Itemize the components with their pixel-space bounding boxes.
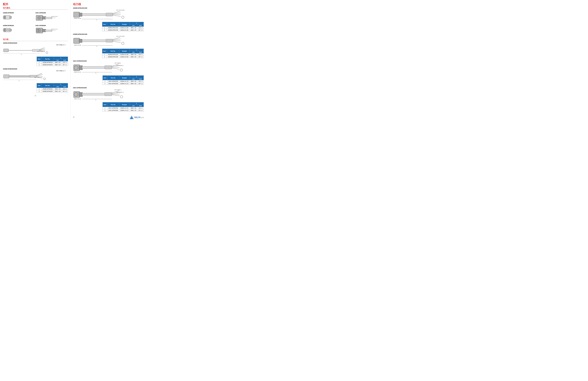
cell-partno: ASD-CAPW2203 <box>107 80 119 83</box>
delta-logo-icon <box>130 116 134 119</box>
svg-rect-24 <box>3 49 8 52</box>
th-item-2303: Item <box>103 102 107 107</box>
cell-inch: 118 ± 2 <box>137 107 144 109</box>
cell-mm: 5000 ± 50 <box>129 56 137 58</box>
cable-section-title: 动力线 <box>3 38 68 41</box>
cable-group-0203: ASDBCAPW0203/0205 KST: SVBL1-3. 7 <box>3 42 68 66</box>
svg-rect-49 <box>82 13 106 16</box>
cable-group-1203: ASDBCAPW1203/1205 KST: YF3.5-3SG <box>73 7 144 31</box>
th-partno-1203: Part No. <box>107 22 119 27</box>
th-inch-1203: inch <box>137 24 144 27</box>
cable-group-2203: ASD-CAPW2203/2205 KST: SVB3-4 KST: RVBL5… <box>73 60 144 85</box>
cell-item: 1 <box>103 107 107 109</box>
connector-diagram-0000 <box>3 14 15 21</box>
th-item-1203: Item <box>102 22 107 27</box>
connector-label-0000: ASDBCAPW0000 <box>3 12 35 14</box>
svg-text:KST: RVBL5-4: KST: RVBL5-4 <box>116 65 124 66</box>
kst-top-0203: KST: SVBL1-3. 7 <box>3 44 65 46</box>
svg-rect-48 <box>79 13 82 16</box>
parts-table-0203: Item Part No. L mm inch 1 ASDBCAPW0203 <box>37 57 68 66</box>
cell-inch: 118 ± 2 <box>62 88 68 90</box>
svg-text:L: L <box>96 99 96 101</box>
th-L-1203: L <box>129 22 144 24</box>
svg-text:L: L <box>19 80 20 81</box>
cell-mm: 3000 ± 50 <box>54 88 62 90</box>
table-row: 2 ASDBCAPW1305 3106A-20-18S 5000 ± 50 19… <box>102 56 144 58</box>
svg-point-55 <box>122 16 124 19</box>
connector-item-asd-capw2000: ASD-CAPW2000 3106A-24-11S <box>35 23 68 35</box>
svg-rect-77 <box>105 66 112 69</box>
right-column: 动力线 ASDBCAPW1203/1205 KST: YF3.5- <box>70 2 144 119</box>
th-item-1303: Item <box>102 49 107 53</box>
th-item-0303: Item <box>37 83 42 88</box>
svg-line-51 <box>113 11 120 13</box>
cell-mm: 5000 ± 50 <box>129 83 137 85</box>
svg-text:L: L <box>21 53 22 55</box>
svg-rect-6 <box>45 17 52 19</box>
th-item-2203: Item <box>103 76 107 80</box>
cell-inch: 118 ± 2 <box>137 53 144 56</box>
connector-grid: ASDBCAPW0000 ASD-CAPW1000 <box>3 11 68 36</box>
parts-table-1303: Item Part No. Straight L mm inch 1 <box>102 49 144 58</box>
cell-partno: ASDBCAPW0203 <box>42 61 54 64</box>
cell-partno: ASDBCAPW1203 <box>107 27 119 29</box>
cable-svg-1203: KST: YF3.5-3SG 3106A-20-18S L <box>73 9 137 20</box>
th-L-2303: L <box>129 102 144 105</box>
cell-mm: 3000 ± 50 <box>129 107 137 109</box>
logo-text: DELTA <box>134 116 141 119</box>
right-page-number: 32 <box>73 116 74 118</box>
left-page-number: 31 <box>3 95 68 96</box>
left-main-title: 配件 <box>3 2 68 6</box>
cell-straight: 3106A-24-11S <box>119 83 129 85</box>
connector-label-2000: ASD-CAPW2000 <box>35 25 68 26</box>
cell-mm: 5000 ± 50 <box>129 109 137 112</box>
cable-group-0203-label: ASDBCAPW0203/0205 <box>3 42 68 44</box>
table-row: 2 ASDBCAPW1205 3106A-20-18S 5000 ± 50 19… <box>102 29 144 31</box>
svg-rect-3 <box>4 16 6 19</box>
svg-text:L: L <box>96 72 96 74</box>
svg-text:KST: YF3.5-3SG: KST: YF3.5-3SG <box>116 10 125 11</box>
cell-partno: ASDBCAPW0205 <box>42 64 54 66</box>
cell-item: 2 <box>37 64 42 66</box>
cell-item: 2 <box>37 90 42 92</box>
svg-rect-61 <box>79 39 82 42</box>
connector-section-title: 动力接头 <box>3 7 68 10</box>
svg-text:3106A-20-18S: 3106A-20-18S <box>74 44 81 46</box>
parts-table-0303: Item Part No. L mm inch 1 ASDBCAPW0303 <box>37 83 68 92</box>
cable-svg-0303: L KST: RVBL1- 4 <box>3 72 49 82</box>
svg-text:3106A-20-18S: 3106A-20-18S <box>74 18 81 19</box>
cell-partno: ASDBCAPW1305 <box>107 56 119 58</box>
cell-mm: 5000 ± 50 <box>54 90 62 92</box>
svg-point-43 <box>43 78 45 80</box>
cell-partno: ASDBCAPW0305 <box>42 90 54 92</box>
cell-item: 1 <box>37 61 42 64</box>
cable-svg-0203: L KST: RVBL1- 4 <box>3 46 49 55</box>
cell-mm: 5000 ± 50 <box>129 29 137 31</box>
th-mm-2303: mm <box>129 105 137 107</box>
footer-logo: DELTA 台达 <box>130 116 144 119</box>
th-mm-2203: mm <box>129 78 137 80</box>
svg-text:KST: SVB3- 4: KST: SVB3- 4 <box>115 89 121 90</box>
svg-point-68 <box>122 42 124 45</box>
th-inch-0203: inch <box>62 59 68 61</box>
svg-rect-92 <box>105 92 112 96</box>
cell-mm: 3000 ± 50 <box>129 53 137 56</box>
table-row: 2 ASDBCAPW0205 5000 ± 50 197 ± 2 <box>37 64 68 66</box>
svg-text:KST: SVB3-4: KST: SVB3-4 <box>115 63 121 64</box>
svg-rect-47 <box>74 12 80 17</box>
cell-item: 1 <box>103 80 107 83</box>
th-straight-1203: Straight <box>119 22 129 27</box>
th-inch-2203: inch <box>137 78 144 80</box>
svg-line-65 <box>113 39 121 40</box>
th-inch-1303: inch <box>137 51 144 53</box>
table-row: 1 ASDBCAPW0303 3000 ± 50 118 ± 2 <box>37 88 68 90</box>
svg-rect-88 <box>74 91 80 98</box>
cell-inch: 197 ± 2 <box>62 90 68 92</box>
table-wrapper-0303: Item Part No. L mm inch 1 ASDBCAPW0303 <box>3 82 68 92</box>
cable-group-1203-label: ASDBCAPW1203/1205 <box>73 7 144 9</box>
cable-svg-2203: KST: SVB3-4 KST: RVBL5-4 3106A-24-11S L <box>73 62 137 74</box>
left-column: 配件 动力接头 ASDBCAPW0000 ASD-CAPW1000 <box>3 2 70 119</box>
svg-rect-91 <box>82 93 105 95</box>
svg-text:3106A-24-11S: 3106A-24-11S <box>51 29 58 30</box>
svg-point-20 <box>38 30 40 31</box>
